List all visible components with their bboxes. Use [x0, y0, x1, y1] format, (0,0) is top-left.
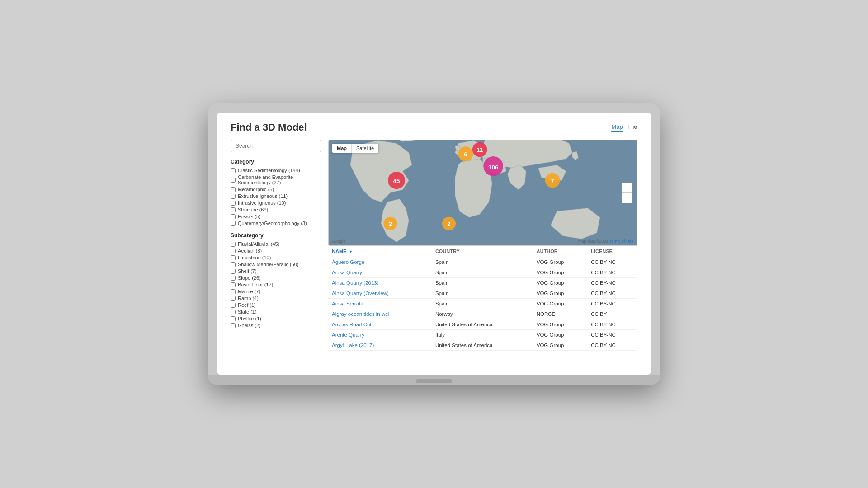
svg-text:2: 2	[448, 221, 451, 227]
filter-lacustrine: Lacustrine (10)	[231, 255, 321, 260]
checkbox-ramp[interactable]	[231, 296, 236, 301]
svg-text:2: 2	[389, 221, 392, 227]
cell-license: CC BY-NC	[587, 340, 637, 351]
col-author[interactable]: AUTHOR	[533, 246, 587, 257]
cell-author: VOG Group	[533, 340, 587, 351]
cell-name[interactable]: Ainsa Quarry (Overview)	[328, 288, 432, 299]
checkbox-intrusive[interactable]	[231, 201, 236, 206]
cell-country: Spain	[432, 299, 533, 309]
svg-text:6: 6	[464, 151, 467, 158]
cell-license: CC BY-NC	[587, 319, 637, 330]
checkbox-shelf[interactable]	[231, 269, 236, 274]
label-intrusive[interactable]: Intrusive Igneous (10)	[238, 200, 286, 206]
cell-author: VOG Group	[533, 257, 587, 267]
label-aeolian[interactable]: Aeolian (8)	[238, 248, 262, 253]
filter-phyllite: Phyllite (1)	[231, 316, 321, 321]
label-fluvial[interactable]: Fluvial/Alluvial (45)	[238, 241, 279, 247]
cell-country: Spain	[432, 267, 533, 278]
filter-ramp: Ramp (4)	[231, 296, 321, 301]
label-shelf[interactable]: Shelf (7)	[238, 268, 257, 274]
map-type-tabs: Map Satellite	[332, 144, 378, 153]
label-gneiss[interactable]: Gneiss (2)	[238, 323, 261, 328]
cell-name[interactable]: Aguero Gorge	[328, 257, 432, 267]
label-carbonate[interactable]: Carbonate and Evaporite Sedimentology (2…	[238, 174, 321, 185]
cell-country: Italy	[432, 330, 533, 340]
cell-name[interactable]: Argyll Lake (2017)	[328, 340, 432, 351]
zoom-in-button[interactable]: +	[622, 183, 632, 193]
checkbox-clastic[interactable]	[231, 168, 236, 173]
label-extrusive[interactable]: Extrusive Igneous (11)	[238, 193, 288, 199]
filter-shelf: Shelf (7)	[231, 268, 321, 274]
label-lacustrine[interactable]: Lacustrine (10)	[238, 255, 271, 260]
checkbox-structure[interactable]	[231, 207, 236, 212]
filter-structure: Structure (69)	[231, 207, 321, 212]
checkbox-slate[interactable]	[231, 310, 236, 314]
tab-list[interactable]: List	[628, 124, 637, 131]
view-tabs: Map List	[611, 123, 637, 132]
tab-map[interactable]: Map	[611, 123, 623, 132]
label-quaternary[interactable]: Quaternary/Geomorphology (3)	[238, 221, 307, 226]
cell-license: CC BY-NC	[587, 278, 637, 288]
cell-name[interactable]: Ainsa Quarry (2013)	[328, 278, 432, 288]
col-name[interactable]: NAME ▼	[328, 246, 432, 257]
label-fossils[interactable]: Fossils (5)	[238, 214, 261, 219]
checkbox-metamorphic[interactable]	[231, 187, 236, 192]
label-marine[interactable]: Marine (7)	[238, 289, 260, 294]
sort-arrow-name: ▼	[349, 249, 353, 254]
checkbox-aeolian[interactable]	[231, 249, 236, 253]
checkbox-quaternary[interactable]	[231, 221, 236, 226]
table-row: Arches Road Cut United States of America…	[328, 319, 637, 330]
label-basin[interactable]: Basin Floor (17)	[238, 282, 273, 287]
label-reef[interactable]: Reef (1)	[238, 302, 256, 308]
checkbox-lacustrine[interactable]	[231, 255, 236, 260]
checkbox-marine[interactable]	[231, 289, 236, 294]
search-input[interactable]	[231, 140, 321, 152]
zoom-out-button[interactable]: −	[622, 193, 632, 203]
cell-license: CC BY-NC	[587, 299, 637, 309]
map-zoom-controls: + −	[622, 183, 632, 203]
filter-clastic: Clastic Sedimentology (144)	[231, 168, 321, 173]
table-row: Ainsa Serrata Spain VOG Group CC BY-NC	[328, 299, 637, 309]
filter-intrusive: Intrusive Igneous (10)	[231, 200, 321, 206]
cell-name[interactable]: Ainsa Serrata	[328, 299, 432, 309]
label-slope[interactable]: Slope (26)	[238, 275, 261, 281]
cell-name[interactable]: Algray ocean tides in well	[328, 309, 432, 319]
svg-text:106: 106	[488, 164, 499, 171]
label-shallow[interactable]: Shallow Marine/Paralic (50)	[238, 262, 299, 267]
sidebar: Category Clastic Sedimentology (144) Car…	[231, 140, 321, 351]
checkbox-gneiss[interactable]	[231, 323, 236, 328]
checkbox-shallow[interactable]	[231, 262, 236, 267]
cell-name[interactable]: Arches Road Cut	[328, 319, 432, 330]
filter-marine: Marine (7)	[231, 289, 321, 294]
cell-license: CC BY-NC	[587, 257, 637, 267]
table-row: Ainsa Quarry (Overview) Spain VOG Group …	[328, 288, 637, 299]
label-metamorphic[interactable]: Metamorphic (5)	[238, 187, 274, 192]
label-structure[interactable]: Structure (69)	[238, 207, 268, 212]
svg-text:45: 45	[393, 178, 400, 184]
checkbox-carbonate[interactable]	[231, 178, 236, 183]
svg-text:7: 7	[551, 178, 554, 184]
map-tab-map[interactable]: Map	[332, 144, 351, 153]
checkbox-slope[interactable]	[231, 276, 236, 281]
cell-name[interactable]: Arente Quarry	[328, 330, 432, 340]
cell-country: Spain	[432, 257, 533, 267]
col-license[interactable]: LICENSE	[587, 246, 637, 257]
filter-quaternary: Quaternary/Geomorphology (3)	[231, 221, 321, 226]
checkbox-fluvial[interactable]	[231, 242, 236, 247]
checkbox-reef[interactable]	[231, 303, 236, 308]
checkbox-basin[interactable]	[231, 282, 236, 287]
label-phyllite[interactable]: Phyllite (1)	[238, 316, 261, 321]
checkbox-fossils[interactable]	[231, 214, 236, 219]
label-ramp[interactable]: Ramp (4)	[238, 296, 259, 301]
filter-basin: Basin Floor (17)	[231, 282, 321, 287]
map-tab-satellite[interactable]: Satellite	[351, 144, 378, 153]
checkbox-extrusive[interactable]	[231, 194, 236, 199]
cell-license: CC BY	[587, 309, 637, 319]
table-row: Algray ocean tides in well Norway NORCE …	[328, 309, 637, 319]
cell-name[interactable]: Ainsa Quarry	[328, 267, 432, 278]
label-slate[interactable]: Slate (1)	[238, 309, 257, 314]
col-country[interactable]: COUNTRY	[432, 246, 533, 257]
label-clastic[interactable]: Clastic Sedimentology (144)	[238, 168, 300, 173]
checkbox-phyllite[interactable]	[231, 316, 236, 321]
table-row: Arente Quarry Italy VOG Group CC BY-NC	[328, 330, 637, 340]
